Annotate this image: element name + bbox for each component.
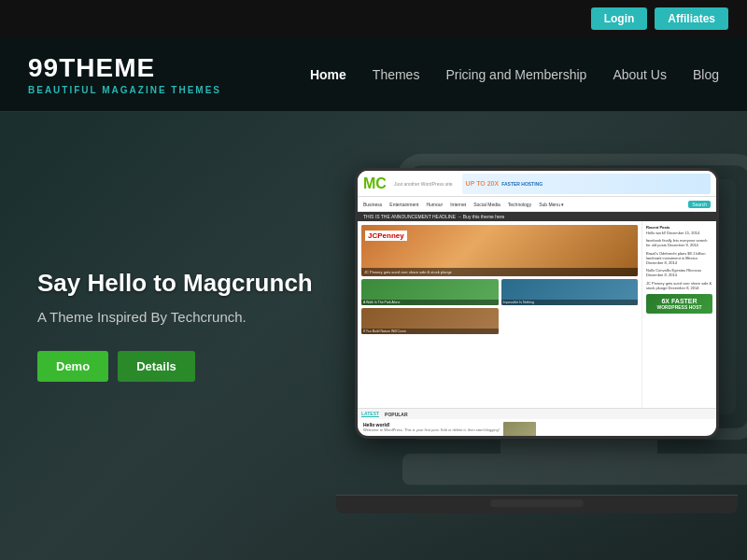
logo-text: 99THEME xyxy=(28,53,221,83)
preview-nav-internet: Internet xyxy=(450,202,466,207)
laptop-screen: MC Just another WordPress site UP TO 20X… xyxy=(358,171,716,436)
preview-grid: A Walk In The Park Alone Impossible Is N… xyxy=(361,279,638,334)
preview-logo: MC xyxy=(363,175,387,192)
preview-sidebar-title: Recent Posts xyxy=(646,225,712,230)
logo-tagline: BEAUTIFUL MAGAZINE THEMES xyxy=(28,85,221,95)
preview-header: MC Just another WordPress site UP TO 20X… xyxy=(358,171,716,197)
preview-tab-latest: LATEST xyxy=(361,411,379,417)
nav-pricing[interactable]: Pricing and Membership xyxy=(445,67,586,82)
laptop-mockup: MC Just another WordPress site UP TO 20X… xyxy=(336,159,738,513)
preview-tagline: Just another WordPress site xyxy=(394,181,453,187)
preview-nav-entertainment: Entertainment xyxy=(389,202,418,207)
login-button[interactable]: Login xyxy=(591,7,648,30)
preview-body: JCPenney JC Penney gets sued over share … xyxy=(358,221,716,408)
laptop-base-inner xyxy=(490,499,584,507)
preview-article-title: JC Penney gets sued over share sale & st… xyxy=(361,268,638,276)
hero-content: Say Hello to Magcrunch A Theme Inspired … xyxy=(37,268,313,382)
preview-announcement: THIS IS THE ANNOUNCEMENT HEADLINE → Buy … xyxy=(358,212,716,221)
preview-ad-banner: UP TO 20X FASTER HOSTING xyxy=(462,174,711,194)
nav-home[interactable]: Home xyxy=(310,67,346,82)
preview-main-image: JCPenney JC Penney gets sued over share … xyxy=(361,225,638,276)
preview-search: Search xyxy=(688,201,711,208)
preview-green-ad: 6X FASTER WORDPRESS HOST xyxy=(646,294,712,314)
hero-buttons: Demo Details xyxy=(37,351,313,382)
preview-small-2: Impossible Is Nothing xyxy=(501,279,639,305)
preview-sidebar-post-3: Brazil's Odebrecht plans $8.1 billion la… xyxy=(646,251,712,266)
preview-small-1: A Walk In The Park Alone xyxy=(361,279,499,305)
nav-blog[interactable]: Blog xyxy=(693,67,719,82)
hero-subline: A Theme Inspired By Techcrunch. xyxy=(37,309,313,325)
preview-sidebar-post-4: Nullo Convallis Egestas Rhoncus December… xyxy=(646,268,712,277)
preview-sidebar-post-5: JC Penney gets sued over share sale & st… xyxy=(646,281,712,290)
preview-tabs: LATEST POPULAR xyxy=(358,408,716,419)
preview-nav-social: Social Media xyxy=(473,202,500,207)
preview-small-3: If You Build Nature Will Come xyxy=(361,308,499,334)
hero-section: Say Hello to Magcrunch A Theme Inspired … xyxy=(0,112,747,560)
preview-nav-business: Business xyxy=(363,202,382,207)
preview-sidebar: Recent Posts Hello world! December 15, 2… xyxy=(641,221,716,408)
preview-nav: Business Entertainment Humour Internet S… xyxy=(358,197,716,212)
demo-button[interactable]: Demo xyxy=(37,351,108,382)
preview-bottom-post: Hello world! Welcome to WordPress. This … xyxy=(358,419,716,436)
preview-nav-submenu: Sub Menu ▾ xyxy=(539,202,564,207)
preview-post-thumbnail xyxy=(503,422,536,436)
main-nav: Home Themes Pricing and Membership About… xyxy=(310,67,719,82)
header: 99THEME BEAUTIFUL MAGAZINE THEMES Home T… xyxy=(0,37,747,112)
preview-tab-popular: POPULAR xyxy=(385,412,407,417)
preview-sidebar-post-1: Hello world! December 15, 2014 xyxy=(646,231,712,235)
preview-nav-tech: Technology xyxy=(508,202,531,207)
hero-headline: Say Hello to Magcrunch xyxy=(37,268,313,300)
nav-about[interactable]: About Us xyxy=(613,67,667,82)
details-button[interactable]: Details xyxy=(118,351,195,382)
preview-post-excerpt: Welcome to WordPress. This is your first… xyxy=(363,427,500,432)
preview-sidebar-post-2: facebook finally lets everyone search fo… xyxy=(646,238,712,247)
laptop-screen-outer: MC Just another WordPress site UP TO 20X… xyxy=(355,168,719,439)
preview-bottom-post-text: Hello world! Welcome to WordPress. This … xyxy=(363,422,500,432)
nav-themes[interactable]: Themes xyxy=(373,67,420,82)
top-bar: Login Affiliates xyxy=(0,0,747,37)
laptop-base xyxy=(336,495,738,513)
preview-main-content: JCPenney JC Penney gets sued over share … xyxy=(358,221,641,408)
logo-area: 99THEME BEAUTIFUL MAGAZINE THEMES xyxy=(28,53,221,95)
affiliates-button[interactable]: Affiliates xyxy=(655,7,728,30)
preview-nav-humour: Humour xyxy=(426,202,443,207)
